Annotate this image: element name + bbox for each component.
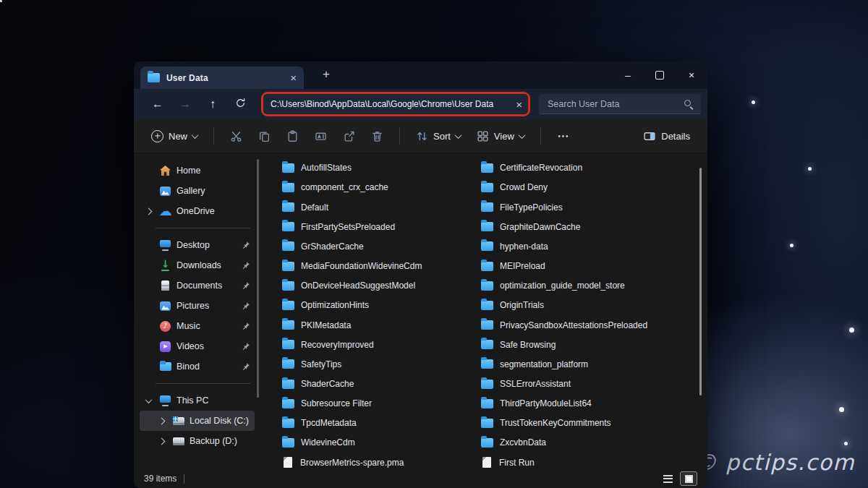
rename-icon: [315, 130, 327, 142]
chevron-right-icon[interactable]: [145, 207, 152, 215]
sidebar-item-home[interactable]: Home: [140, 160, 255, 181]
sidebar-item-label: Binod: [176, 361, 200, 372]
file-item[interactable]: Subresource Filter: [282, 397, 472, 411]
file-name: Safe Browsing: [500, 340, 556, 350]
sidebar-item-documents[interactable]: Documents: [140, 275, 255, 296]
file-name: TrustTokenKeyCommitments: [500, 418, 611, 428]
view-button[interactable]: View: [471, 126, 530, 147]
file-item[interactable]: MEIPreload: [481, 260, 684, 273]
file-item[interactable]: GraphiteDawnCache: [481, 220, 684, 234]
cut-button[interactable]: [224, 126, 248, 147]
sidebar-scrollbar[interactable]: [257, 159, 259, 398]
navigation-bar: ← → ↑ C:\Users\Binod\AppData\Local\Googl…: [134, 89, 707, 119]
refresh-button[interactable]: [226, 98, 254, 111]
pin-icon: [242, 281, 250, 290]
chevron-down-icon[interactable]: [145, 396, 152, 403]
new-button[interactable]: New: [145, 126, 203, 147]
file-item[interactable]: ThirdPartyModuleList64: [481, 397, 684, 411]
file-item[interactable]: OptimizationHints: [282, 299, 472, 312]
sidebar-item-gallery[interactable]: Gallery: [140, 181, 255, 201]
file-item[interactable]: OriginTrials: [481, 299, 684, 312]
details-view-button[interactable]: [660, 472, 676, 485]
folder-icon: [282, 241, 294, 251]
sidebar-item-binod[interactable]: Binod: [140, 356, 255, 377]
file-item[interactable]: PrivacySandboxAttestationsPreloaded: [481, 318, 684, 332]
chevron-slot: [156, 439, 167, 444]
sidebar: Home Gallery OneDrive Desktop: [134, 153, 260, 469]
file-item[interactable]: OnDeviceHeadSuggestModel: [282, 279, 472, 293]
file-item[interactable]: hyphen-data: [481, 240, 684, 254]
file-item[interactable]: First Run: [481, 455, 684, 469]
share-icon: [343, 130, 355, 142]
file-item[interactable]: MediaFoundationWidevineCdm: [282, 260, 472, 273]
file-item[interactable]: FirstPartySetsPreloaded: [282, 220, 472, 234]
sidebar-item-music[interactable]: Music: [140, 316, 255, 336]
delete-button[interactable]: [365, 126, 389, 147]
file-item[interactable]: ZxcvbnData: [481, 436, 684, 450]
rename-button[interactable]: [309, 126, 333, 147]
videos-icon: [158, 340, 172, 354]
file-item[interactable]: WidevineCdm: [282, 436, 472, 450]
sidebar-item-downloads[interactable]: Downloads: [140, 255, 255, 275]
file-item[interactable]: Crowd Deny: [481, 181, 684, 194]
sort-button[interactable]: Sort: [410, 126, 467, 147]
search-box[interactable]: [539, 94, 701, 114]
sidebar-item-label: Home: [176, 166, 200, 176]
sidebar-item-videos[interactable]: Videos: [140, 336, 255, 356]
file-item[interactable]: PKIMetadata: [282, 318, 472, 332]
file-item[interactable]: CertificateRevocation: [481, 161, 684, 175]
file-item[interactable]: component_crx_cache: [282, 181, 472, 194]
sidebar-item-onedrive[interactable]: OneDrive: [140, 201, 255, 221]
file-item[interactable]: SSLErrorAssistant: [481, 377, 684, 391]
file-name: hyphen-data: [500, 241, 548, 252]
up-button[interactable]: ↑: [199, 98, 226, 111]
address-clear-icon[interactable]: ×: [516, 99, 522, 110]
file-item[interactable]: ShaderCache: [282, 377, 472, 391]
close-button[interactable]: ×: [676, 61, 707, 89]
backup-disk-icon: [171, 435, 185, 448]
sidebar-item-desktop[interactable]: Desktop: [140, 235, 255, 255]
file-item[interactable]: optimization_guide_model_store: [481, 279, 684, 293]
details-button[interactable]: Details: [637, 126, 696, 147]
divider: [399, 127, 400, 145]
explorer-tab[interactable]: User Data ×: [140, 67, 304, 89]
file-item[interactable]: SafetyTips: [282, 358, 472, 372]
file-item[interactable]: BrowserMetrics-spare.pma: [282, 455, 472, 469]
address-path[interactable]: C:\Users\Binod\AppData\Local\Google\Chro…: [271, 99, 516, 109]
file-item[interactable]: FileTypePolicies: [481, 200, 684, 214]
file-item[interactable]: Safe Browsing: [481, 338, 684, 351]
file-name: CertificateRevocation: [500, 163, 582, 173]
folder-icon: [282, 222, 294, 231]
address-bar[interactable]: C:\Users\Binod\AppData\Local\Google\Chro…: [263, 94, 528, 114]
chevron-slot: [156, 419, 167, 424]
sidebar-item-this-pc[interactable]: This PC: [140, 390, 255, 411]
window-body: Home Gallery OneDrive Desktop: [134, 153, 707, 469]
forward-button[interactable]: →: [171, 98, 199, 111]
pin-icon: [242, 342, 250, 351]
file-item[interactable]: RecoveryImproved: [282, 338, 472, 351]
paste-button[interactable]: [281, 126, 305, 147]
chevron-right-icon[interactable]: [158, 437, 165, 445]
sidebar-item-backup-d[interactable]: Backup (D:): [140, 431, 255, 451]
file-item[interactable]: Default: [282, 200, 472, 214]
search-input[interactable]: [546, 98, 684, 110]
share-button[interactable]: [337, 126, 361, 147]
chevron-right-icon[interactable]: [158, 417, 165, 424]
file-list-scrollbar[interactable]: [699, 168, 702, 395]
back-button[interactable]: ←: [144, 98, 171, 111]
copy-button[interactable]: [252, 126, 276, 147]
file-item[interactable]: TpcdMetadata: [282, 416, 472, 430]
minimize-button[interactable]: –: [612, 61, 644, 89]
large-icons-view-button[interactable]: [680, 471, 697, 486]
new-tab-button[interactable]: +: [323, 67, 330, 82]
more-options-button[interactable]: [551, 126, 575, 147]
file-item[interactable]: GrShaderCache: [282, 240, 472, 254]
sidebar-item-local-disk-c[interactable]: Local Disk (C:): [140, 411, 255, 431]
tab-close-icon[interactable]: ×: [290, 72, 297, 83]
new-label: New: [169, 131, 187, 142]
file-item[interactable]: segmentation_platform: [481, 358, 684, 372]
sidebar-item-pictures[interactable]: Pictures: [140, 296, 255, 316]
file-item[interactable]: TrustTokenKeyCommitments: [481, 416, 684, 430]
maximize-button[interactable]: [644, 61, 676, 89]
file-item[interactable]: AutofillStates: [282, 161, 472, 175]
